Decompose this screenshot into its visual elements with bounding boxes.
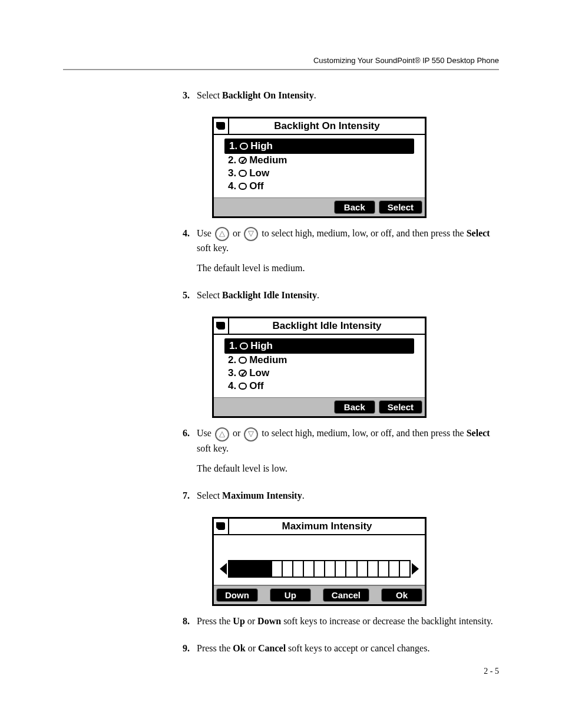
item-label: Off (249, 180, 264, 192)
gauge-segment (272, 561, 283, 577)
bold-text: Select (467, 428, 490, 438)
gauge-segment (336, 561, 346, 577)
softkey-down[interactable]: Down (216, 588, 258, 602)
softkey-up[interactable]: Up (270, 588, 311, 602)
phone-logo-icon (214, 519, 229, 534)
text: . (314, 90, 316, 100)
step-body: Select Backlight Idle Intensity. (197, 288, 499, 308)
bold-text: Select (467, 228, 490, 238)
bold-text: Backlight Idle Intensity (222, 290, 317, 300)
screen-title: Backlight On Intensity (229, 118, 425, 134)
gauge-segment (229, 561, 240, 577)
radio-checked-icon (239, 157, 247, 164)
step-number: 4. (177, 226, 197, 281)
item-label: Medium (249, 154, 287, 166)
menu-item-low[interactable]: 3. Low (224, 167, 414, 180)
radio-unchecked-icon (240, 342, 248, 350)
step-9: 9. Press the Ok or Cancel soft keys to a… (177, 641, 499, 661)
gauge-segment (283, 561, 293, 577)
radio-unchecked-icon (239, 383, 247, 390)
menu-item-off[interactable]: 4. Off (224, 380, 414, 393)
step-body: Press the Up or Down soft keys to increa… (197, 614, 499, 634)
text: to select high, medium, low, or off, and… (262, 428, 466, 438)
nav-down-icon: ▽ (244, 427, 258, 442)
step-number: 9. (177, 641, 197, 661)
text: Select (197, 490, 222, 500)
gauge-segment (261, 561, 272, 577)
gauge-segment (368, 561, 379, 577)
softkey-back[interactable]: Back (334, 200, 375, 214)
menu-item-medium[interactable]: 2. Medium (224, 154, 414, 167)
step-number: 5. (177, 288, 197, 308)
text: to select high, medium, low, or off, and… (262, 228, 466, 238)
softkey-select[interactable]: Select (379, 200, 422, 214)
page-number: 2 - 5 (484, 667, 499, 676)
text: . (302, 490, 305, 500)
text: soft key. (197, 443, 229, 453)
text: or (245, 616, 257, 626)
softkey-bar: Back Select (214, 397, 425, 416)
gauge-segment (304, 561, 315, 577)
phone-logo-icon (214, 318, 229, 334)
menu-list: 1. High 2. Medium 3. Low 4. Off (214, 335, 425, 397)
menu-item-high[interactable]: 1. High (224, 139, 414, 154)
menu-item-low[interactable]: 3. Low (224, 367, 414, 380)
text: Press the (197, 643, 233, 653)
bold-text: Cancel (258, 643, 286, 653)
menu-item-medium[interactable]: 2. Medium (224, 354, 414, 367)
softkey-back[interactable]: Back (334, 400, 375, 414)
text: Press the (197, 616, 233, 626)
step-body: Press the Ok or Cancel soft keys to acce… (197, 641, 499, 661)
text: soft keys to accept or cancel changes. (286, 643, 429, 653)
intensity-gauge[interactable] (220, 559, 419, 579)
item-label: High (250, 140, 273, 152)
item-number: 2. (228, 154, 236, 166)
step-7: 7. Select Maximum Intensity. (177, 489, 499, 509)
screen-title-row: Backlight On Intensity (214, 118, 425, 135)
phone-logo-icon (214, 118, 229, 134)
bold-text: Up (233, 616, 244, 626)
softkey-ok[interactable]: Ok (381, 588, 422, 602)
radio-checked-icon (239, 370, 247, 377)
header-rule (63, 69, 499, 70)
item-number: 4. (228, 180, 236, 192)
item-number: 4. (228, 380, 236, 392)
page-header: Customizing Your SoundPoint® IP 550 Desk… (313, 56, 499, 65)
bold-text: Maximum Intensity (222, 490, 302, 500)
radio-unchecked-icon (240, 143, 248, 150)
bold-text: Ok (233, 643, 245, 653)
step-number: 6. (177, 426, 197, 481)
softkey-select[interactable]: Select (379, 400, 422, 414)
step-body: Use △ or ▽ to select high, medium, low, … (197, 426, 499, 481)
radio-unchecked-icon (239, 183, 247, 190)
phone-screen-maximum-intensity: Maximum Intensity Down Up Cancel Ok (212, 517, 427, 606)
screen-title: Maximum Intensity (229, 519, 425, 534)
text: Select (197, 90, 222, 100)
step-8: 8. Press the Up or Down soft keys to inc… (177, 614, 499, 634)
nav-down-icon: ▽ (244, 227, 258, 241)
page-content: 3. Select Backlight On Intensity. Backli… (177, 88, 499, 668)
menu-list: 1. High 2. Medium 3. Low 4. Off (214, 135, 425, 197)
gauge-segment (346, 561, 357, 577)
text: Use (197, 428, 214, 438)
softkey-bar: Back Select (214, 197, 425, 216)
text: or (233, 428, 243, 438)
bold-text: Down (257, 616, 281, 626)
item-label: Low (249, 167, 269, 179)
gauge-segment (293, 561, 304, 577)
screen-title-row: Backlight Idle Intensity (214, 318, 425, 335)
step-body: Select Maximum Intensity. (197, 489, 499, 509)
item-number: 1. (229, 140, 237, 152)
gauge-left-arrow-icon (220, 563, 227, 575)
text: Use (197, 228, 214, 238)
softkey-cancel[interactable]: Cancel (323, 588, 369, 602)
step-body: Use △ or ▽ to select high, medium, low, … (197, 226, 499, 281)
step-number: 7. (177, 489, 197, 509)
default-note: The default level is medium. (197, 261, 499, 275)
text: Select (197, 290, 222, 300)
step-number: 3. (177, 88, 197, 108)
menu-item-high[interactable]: 1. High (224, 338, 414, 354)
text: or (246, 643, 258, 653)
menu-item-off[interactable]: 4. Off (224, 180, 414, 193)
item-label: Off (249, 380, 264, 392)
